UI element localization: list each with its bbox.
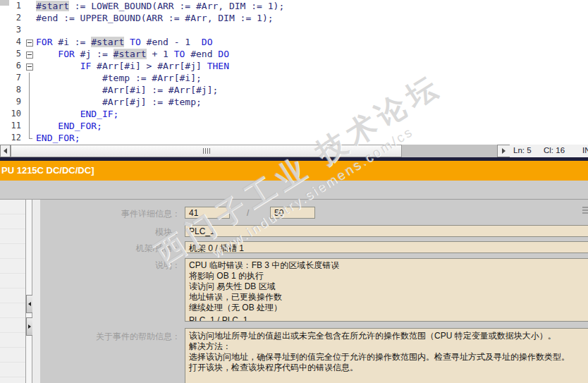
- text-line: 继续处理（无 OB 处理）: [189, 303, 587, 313]
- module-field[interactable]: PLC_1: [185, 225, 588, 237]
- line-number: 7: [0, 73, 24, 85]
- scl-code-editor[interactable]: 1#start := LOWER_BOUND(ARR := #Arr, DIM …: [0, 0, 588, 145]
- code-line[interactable]: 3: [0, 25, 588, 37]
- code-text: #start := LOWER_BOUND(ARR := #Arr, DIM :…: [36, 1, 284, 13]
- line-number: 6: [0, 61, 24, 73]
- arrow-right-icon: [28, 324, 31, 329]
- line-number: 9: [0, 97, 24, 109]
- code-text: #temp := #Arr[#i];: [36, 73, 202, 85]
- fold-connector: [24, 73, 36, 85]
- panel-gap: [32, 200, 40, 383]
- help-info-box[interactable]: 该访问地址所寻址的值超出或未完全包含在所允许的操作数范围（CPU 特定变量或数据…: [185, 328, 588, 383]
- line-number: 5: [0, 49, 24, 61]
- scrollbar-thumb[interactable]: [11, 145, 402, 157]
- fold-collapse-icon[interactable]: [24, 49, 36, 61]
- status-mode-indicator: IN: [582, 146, 588, 154]
- code-line[interactable]: 10 END_IF;: [0, 109, 588, 121]
- pane-splitter[interactable]: [25, 200, 32, 383]
- line-number: 4: [0, 37, 24, 49]
- arrow-left-icon: [28, 302, 31, 306]
- text-line: 解决方法：: [189, 341, 587, 352]
- line-number: 11: [0, 121, 24, 133]
- scroll-right-button[interactable]: [497, 145, 510, 157]
- code-line[interactable]: 7 #temp := #Arr[#i];: [0, 73, 588, 85]
- code-text: END_IF;: [36, 109, 118, 121]
- fold-connector: [24, 121, 36, 133]
- code-text: END_FOR;: [36, 121, 102, 133]
- fold-margin: [24, 13, 36, 25]
- event-list-edge[interactable]: [0, 200, 25, 383]
- code-line[interactable]: 12END_FOR;: [0, 133, 588, 145]
- text-line: 将影响 OB 1 的执行: [189, 271, 587, 281]
- code-lines: 1#start := LOWER_BOUND(ARR := #Arr, DIM …: [0, 1, 588, 145]
- event-total-field[interactable]: 50: [270, 207, 315, 219]
- horizontal-scrollbar[interactable]: Ln: 5 Cl: 16 IN: [0, 145, 588, 157]
- line-number: 1: [0, 1, 24, 13]
- clipped-text-fragment: [582, 207, 588, 215]
- panel-header-strip: [0, 181, 588, 200]
- code-text: END_FOR;: [36, 133, 80, 145]
- line-number: 3: [0, 25, 24, 37]
- code-line[interactable]: 9 #Arr[#j] := #temp;: [0, 97, 588, 109]
- scroll-left-button[interactable]: [0, 145, 11, 157]
- tia-portal-window: 1#start := LOWER_BOUND(ARR := #Arr, DIM …: [0, 0, 588, 383]
- module-label: 模块：: [42, 226, 180, 238]
- code-line[interactable]: 2#end := UPPER_BOUND(ARR := #Arr, DIM :=…: [0, 13, 588, 25]
- help-info-label: 关于事件的帮助信息：: [42, 331, 180, 343]
- fold-connector: [24, 133, 36, 145]
- code-line[interactable]: 6 IF #Arr[#i] > #Arr[#j] THEN: [0, 61, 588, 73]
- diagnostics-caption-bar: PU 1215C DC/DC/DC]: [0, 161, 588, 181]
- text-line: 地址错误，已更换操作数: [189, 292, 587, 303]
- event-number-field[interactable]: 41: [185, 207, 230, 219]
- code-text: #Arr[#j] := #temp;: [36, 97, 202, 109]
- description-label: 说明：: [42, 260, 180, 272]
- code-line[interactable]: 5 FOR #j := #start + 1 TO #end DO: [0, 49, 588, 61]
- text-line: CPU 临时错误：FB 3 中的区域长度错误: [189, 260, 587, 271]
- event-detail-label: 事件详细信息：: [42, 208, 180, 220]
- code-text: #end := UPPER_BOUND(ARR := #Arr, DIM := …: [36, 13, 274, 25]
- fold-connector: [24, 109, 36, 121]
- code-text: #Arr[#i] := #Arr[#j];: [36, 85, 218, 97]
- fold-margin: [24, 1, 36, 13]
- chevron-left-icon: [4, 148, 7, 154]
- fold-margin: [24, 25, 36, 37]
- editor-status-bar: Ln: 5 Cl: 16 IN: [510, 145, 588, 157]
- line-number: 8: [0, 85, 24, 97]
- fold-connector: [24, 85, 36, 97]
- code-line[interactable]: 4FOR #i := #start TO #end - 1 DO: [0, 37, 588, 49]
- chevron-right-icon: [502, 148, 506, 154]
- line-number: 10: [0, 109, 24, 121]
- rack-slot-label: 机架/插槽：: [42, 243, 180, 255]
- event-count-separator: /: [247, 208, 249, 218]
- status-column-indicator: Cl: 16: [544, 146, 565, 154]
- fold-collapse-icon[interactable]: [24, 61, 36, 73]
- code-text: IF #Arr[#i] > #Arr[#j] THEN: [36, 61, 229, 73]
- status-line-indicator: Ln: 5: [513, 146, 532, 154]
- description-box[interactable]: CPU 临时错误：FB 3 中的区域长度错误将影响 OB 1 的执行读访问 易失…: [185, 258, 588, 322]
- rack-slot-field[interactable]: 机架 0 / 插槽 1: [185, 241, 588, 253]
- code-text: FOR #i := #start TO #end - 1 DO: [36, 37, 212, 49]
- text-line: PLC_1 / PLC_1: [189, 315, 587, 322]
- code-line[interactable]: 8 #Arr[#i] := #Arr[#j];: [0, 85, 588, 97]
- fold-collapse-icon[interactable]: [24, 37, 36, 49]
- text-line: 该访问地址所寻址的值超出或未完全包含在所允许的操作数范围（CPU 特定变量或数据…: [189, 331, 587, 341]
- text-line: 打开该块，检查该块程序代码中的错误信息。: [189, 363, 587, 373]
- code-text: FOR #j := #start + 1 TO #end DO: [36, 49, 229, 61]
- code-line[interactable]: 11 END_FOR;: [0, 121, 588, 133]
- text-line: 读访问 易失性 DB 区域: [189, 281, 587, 292]
- fold-connector: [24, 97, 36, 109]
- text-line: 选择该访问地址，确保寻址到的值完全位于允许的操作数范围内。检查寻址方式及寻址的操…: [189, 352, 587, 363]
- line-number: 2: [0, 13, 24, 25]
- line-number: 12: [0, 133, 24, 145]
- code-line[interactable]: 1#start := LOWER_BOUND(ARR := #Arr, DIM …: [0, 1, 588, 13]
